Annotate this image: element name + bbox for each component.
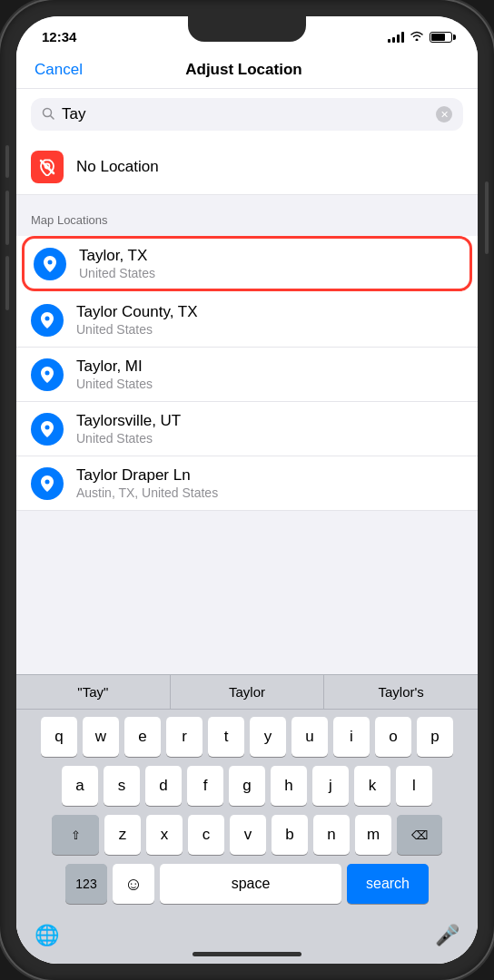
svg-point-6 bbox=[45, 370, 50, 375]
nav-header: Cancel Adjust Location bbox=[16, 50, 478, 89]
search-bar[interactable]: Tay ✕ bbox=[31, 98, 463, 131]
location-info: Taylor, TX United States bbox=[79, 247, 460, 280]
mute-button bbox=[5, 145, 9, 178]
autocomplete-item-tay-quoted[interactable]: "Tay" bbox=[16, 675, 171, 709]
keyboard-row-4: 123 ☺ space search bbox=[20, 864, 474, 904]
cancel-button[interactable]: Cancel bbox=[35, 61, 83, 79]
key-n[interactable]: n bbox=[313, 815, 350, 855]
key-c[interactable]: c bbox=[188, 815, 224, 855]
location-pin-icon bbox=[31, 304, 64, 337]
keyboard-row-1: q w e r t y u i o p bbox=[20, 717, 474, 757]
emoji-key[interactable]: ☺ bbox=[113, 864, 154, 904]
delete-key[interactable]: ⌫ bbox=[397, 815, 442, 855]
notch bbox=[188, 16, 306, 42]
search-clear-button[interactable]: ✕ bbox=[436, 106, 452, 122]
autocomplete-item-taylor[interactable]: Taylor bbox=[171, 675, 325, 709]
page-title: Adjust Location bbox=[185, 61, 301, 79]
location-row-taylor-tx[interactable]: Taylor, TX United States bbox=[22, 236, 472, 291]
mic-icon[interactable]: 🎤 bbox=[435, 924, 459, 947]
location-info: Taylor County, TX United States bbox=[76, 303, 463, 337]
status-icons bbox=[388, 30, 452, 44]
key-r[interactable]: r bbox=[166, 717, 203, 757]
location-row-taylor-draper[interactable]: Taylor Draper Ln Austin, TX, United Stat… bbox=[16, 456, 478, 511]
location-country: United States bbox=[76, 431, 463, 446]
location-info: Taylor, MI United States bbox=[76, 358, 463, 391]
search-container: Tay ✕ bbox=[16, 89, 478, 140]
key-q[interactable]: q bbox=[41, 717, 77, 757]
key-u[interactable]: u bbox=[291, 717, 328, 757]
key-e[interactable]: e bbox=[124, 717, 161, 757]
no-location-row[interactable]: No Location bbox=[16, 140, 478, 195]
key-v[interactable]: v bbox=[230, 815, 266, 855]
key-a[interactable]: a bbox=[62, 766, 98, 806]
key-i[interactable]: i bbox=[333, 717, 370, 757]
svg-point-8 bbox=[45, 479, 50, 484]
autocomplete-bar: "Tay" Taylor Taylor's bbox=[16, 674, 478, 710]
key-f[interactable]: f bbox=[187, 766, 223, 806]
status-time: 12:34 bbox=[42, 29, 76, 44]
home-indicator bbox=[193, 952, 301, 956]
key-p[interactable]: p bbox=[417, 717, 453, 757]
search-input[interactable]: Tay bbox=[62, 105, 429, 123]
volume-up-button bbox=[5, 191, 9, 245]
autocomplete-item-taylors[interactable]: Taylor's bbox=[324, 675, 478, 709]
location-pin-icon bbox=[31, 467, 64, 500]
search-icon bbox=[42, 107, 54, 122]
location-country: United States bbox=[76, 377, 463, 391]
bottom-bar: 🌐 🎤 bbox=[16, 916, 478, 964]
key-d[interactable]: d bbox=[145, 766, 182, 806]
volume-down-button bbox=[5, 256, 9, 310]
location-row-taylor-mi[interactable]: Taylor, MI United States bbox=[16, 348, 478, 402]
location-pin-icon bbox=[31, 358, 64, 391]
location-info: Taylor Draper Ln Austin, TX, United Stat… bbox=[76, 466, 463, 500]
key-j[interactable]: j bbox=[312, 766, 349, 806]
key-x[interactable]: x bbox=[146, 815, 183, 855]
key-l[interactable]: l bbox=[396, 766, 432, 806]
key-y[interactable]: y bbox=[250, 717, 286, 757]
globe-icon[interactable]: 🌐 bbox=[35, 924, 59, 947]
location-country: Austin, TX, United States bbox=[76, 485, 463, 500]
location-country: United States bbox=[76, 322, 463, 337]
space-key[interactable]: space bbox=[160, 864, 341, 904]
search-key[interactable]: search bbox=[347, 864, 429, 904]
location-info: Taylorsville, UT United States bbox=[76, 412, 463, 446]
no-location-icon bbox=[31, 151, 64, 183]
location-name: Taylor Draper Ln bbox=[76, 466, 463, 485]
phone-screen: 12:34 bbox=[16, 16, 478, 964]
key-m[interactable]: m bbox=[355, 815, 391, 855]
location-name: Taylor, TX bbox=[79, 247, 460, 265]
location-row-taylor-county-tx[interactable]: Taylor County, TX United States bbox=[16, 293, 478, 348]
key-o[interactable]: o bbox=[375, 717, 411, 757]
location-list: Taylor, TX United States bbox=[16, 236, 478, 511]
numbers-key[interactable]: 123 bbox=[65, 864, 107, 904]
location-name: Taylor, MI bbox=[76, 358, 463, 376]
key-z[interactable]: z bbox=[104, 815, 141, 855]
svg-point-5 bbox=[45, 316, 50, 320]
svg-line-1 bbox=[51, 115, 54, 119]
list-content: No Location Map Locations bbox=[16, 140, 478, 674]
location-name: Taylorsville, UT bbox=[76, 412, 463, 430]
shift-key[interactable]: ⇧ bbox=[52, 815, 99, 855]
key-h[interactable]: h bbox=[271, 766, 307, 806]
svg-point-7 bbox=[45, 425, 50, 429]
location-pin-icon bbox=[34, 248, 66, 280]
power-button bbox=[485, 181, 489, 254]
key-s[interactable]: s bbox=[104, 766, 140, 806]
wifi-icon bbox=[410, 30, 424, 44]
key-b[interactable]: b bbox=[272, 815, 308, 855]
keyboard-row-2: a s d f g h j k l bbox=[20, 766, 474, 806]
key-g[interactable]: g bbox=[229, 766, 265, 806]
location-row-taylorsville-ut[interactable]: Taylorsville, UT United States bbox=[16, 402, 478, 456]
location-country: United States bbox=[79, 266, 460, 280]
key-t[interactable]: t bbox=[208, 717, 244, 757]
key-w[interactable]: w bbox=[83, 717, 119, 757]
content-area: Cancel Adjust Location Tay ✕ bbox=[16, 50, 478, 964]
location-name: Taylor County, TX bbox=[76, 303, 463, 321]
keyboard-row-3: ⇧ z x c v b n m ⌫ bbox=[20, 815, 474, 855]
svg-point-4 bbox=[48, 260, 53, 264]
battery-icon bbox=[430, 32, 452, 43]
phone-frame: 12:34 bbox=[0, 0, 494, 980]
key-k[interactable]: k bbox=[354, 766, 390, 806]
keyboard: q w e r t y u i o p a s d f g bbox=[16, 710, 478, 916]
location-pin-icon bbox=[31, 413, 64, 446]
